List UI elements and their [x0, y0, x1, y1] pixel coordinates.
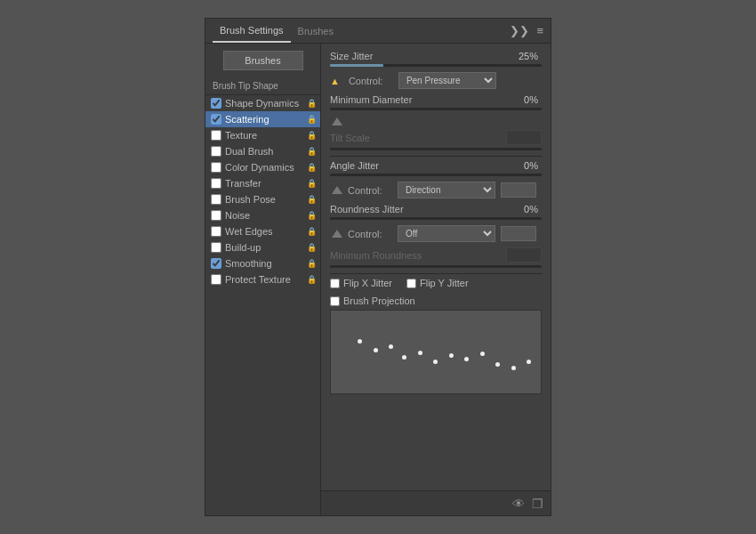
forward-icon[interactable]: ❯❯: [510, 24, 529, 37]
control-direction-select[interactable]: Direction: [398, 182, 495, 198]
flip-y-label: Flip Y Jitter: [420, 278, 469, 288]
angle-triangle: [332, 186, 342, 194]
size-jitter-label: Size Jitter: [330, 51, 506, 61]
lock-icon-11: 🔒: [307, 275, 317, 284]
roundness-jitter-slider[interactable]: [330, 217, 542, 220]
brush-projection-label: Brush Projection: [343, 295, 415, 306]
angle-jitter-row: Angle Jitter 0%: [330, 160, 542, 171]
angle-jitter-slider[interactable]: [330, 174, 542, 176]
flip-x-label: Flip X Jitter: [343, 278, 392, 288]
sidebar-checkbox-4[interactable]: [211, 162, 221, 173]
preview-dot: [449, 353, 454, 358]
lock-icon-3: 🔒: [307, 147, 317, 156]
brush-tip-label[interactable]: Brush Tip Shape: [205, 77, 320, 95]
flip-y-row: Flip Y Jitter: [406, 278, 469, 288]
sidebar-label-11: Protect Texture: [225, 274, 291, 285]
control-pen-row: ▲ Control: Pen Pressure: [330, 72, 542, 89]
brush-preview: [330, 310, 542, 394]
preview-dot: [511, 366, 516, 370]
sidebar-checkbox-5[interactable]: [211, 178, 221, 189]
lock-icon-9: 🔒: [307, 243, 317, 252]
preview-dot: [495, 362, 500, 367]
preview-dot: [418, 351, 422, 355]
min-roundness-input: [506, 247, 542, 263]
sidebar-item-dual-brush[interactable]: Dual Brush🔒: [205, 143, 320, 159]
sidebar-label-2: Texture: [225, 130, 257, 141]
menu-icon[interactable]: ≡: [536, 24, 543, 37]
preview-dot: [374, 348, 378, 352]
preview-dot: [358, 339, 362, 344]
min-diameter-row: Minimum Diameter 0%: [330, 94, 542, 105]
sidebar-checkbox-9[interactable]: [211, 242, 221, 253]
tab-brush-settings[interactable]: Brush Settings: [213, 20, 291, 43]
brush-settings-panel: Brush Settings Brushes ❯❯ ≡ Brushes Brus…: [205, 18, 551, 516]
sidebar-checkbox-2[interactable]: [211, 130, 221, 141]
control-direction-label: Control:: [348, 185, 392, 196]
lock-icon-5: 🔒: [307, 179, 317, 188]
brushes-button[interactable]: Brushes: [223, 51, 303, 70]
panel-header: Brush Settings Brushes ❯❯ ≡: [205, 19, 551, 44]
sidebar-item-protect-texture[interactable]: Protect Texture🔒: [205, 271, 320, 287]
flip-x-checkbox[interactable]: [330, 279, 340, 288]
sidebar-label-7: Noise: [225, 210, 250, 221]
lock-icon-4: 🔒: [307, 163, 317, 172]
sidebar-item-scattering[interactable]: Scattering🔒: [205, 111, 320, 127]
min-roundness-slider: [330, 265, 542, 268]
lock-icon-0: 🔒: [307, 99, 317, 108]
preview-dot: [480, 352, 485, 356]
sidebar: Brushes Brush Tip Shape Shape Dynamics🔒S…: [205, 44, 321, 515]
brush-projection-checkbox[interactable]: [330, 296, 340, 306]
sidebar-item-smoothing[interactable]: Smoothing🔒: [205, 255, 320, 271]
sidebar-item-color-dynamics[interactable]: Color Dynamics🔒: [205, 159, 320, 175]
min-diameter-value: 0%: [506, 94, 538, 105]
sidebar-checkbox-11[interactable]: [211, 274, 221, 285]
control-pen-select[interactable]: Pen Pressure: [398, 72, 496, 89]
angle-jitter-value: 0%: [506, 160, 538, 171]
size-jitter-value: 25%: [506, 51, 538, 61]
size-jitter-row: Size Jitter 25%: [330, 51, 542, 61]
flip-y-checkbox[interactable]: [406, 279, 416, 288]
sidebar-checkbox-3[interactable]: [211, 146, 221, 157]
settings-area: Size Jitter 25% ▲ Control: Pen Pressure …: [321, 44, 551, 490]
panel-footer: 👁 ❐: [321, 490, 551, 515]
sidebar-item-texture[interactable]: Texture🔒: [205, 127, 320, 143]
sidebar-checkbox-10[interactable]: [211, 258, 221, 269]
lock-icon-1: 🔒: [307, 115, 317, 124]
sidebar-item-shape-dynamics[interactable]: Shape Dynamics🔒: [205, 95, 320, 111]
sidebar-checkbox-7[interactable]: [211, 210, 221, 221]
tilt-triangle: [332, 117, 342, 125]
roundness-jitter-value: 0%: [506, 204, 538, 214]
sidebar-label-10: Smoothing: [225, 258, 272, 269]
control-pen-label: Control:: [349, 76, 393, 86]
main-content: Size Jitter 25% ▲ Control: Pen Pressure …: [321, 44, 551, 515]
control-direction-input[interactable]: [501, 182, 536, 198]
flip-x-row: Flip X Jitter: [330, 278, 392, 288]
sidebar-item-noise[interactable]: Noise🔒: [205, 207, 320, 223]
lock-icon-2: 🔒: [307, 131, 317, 140]
sidebar-item-wet-edges[interactable]: Wet Edges🔒: [205, 223, 320, 239]
sidebar-label-8: Wet Edges: [225, 226, 273, 237]
min-diameter-label: Minimum Diameter: [330, 94, 506, 105]
sidebar-checkbox-8[interactable]: [211, 226, 221, 237]
control-off-input[interactable]: [501, 226, 536, 241]
panel-controls: ❯❯ ≡: [510, 24, 543, 37]
preview-dot: [433, 360, 438, 364]
sidebar-item-transfer[interactable]: Transfer🔒: [205, 175, 320, 191]
sidebar-label-4: Color Dynamics: [225, 162, 294, 173]
size-jitter-slider[interactable]: [330, 64, 542, 67]
sidebar-item-brush-pose[interactable]: Brush Pose🔒: [205, 191, 320, 207]
sidebar-item-build-up[interactable]: Build-up🔒: [205, 239, 320, 255]
sidebar-checkbox-0[interactable]: [211, 98, 221, 109]
sidebar-label-1: Scattering: [225, 114, 269, 125]
copy-icon[interactable]: ❐: [532, 497, 543, 511]
min-diameter-slider[interactable]: [330, 108, 542, 110]
visibility-icon[interactable]: 👁: [512, 497, 525, 511]
preview-dot: [402, 355, 406, 360]
control-off-row: Control: Off: [330, 225, 542, 242]
min-roundness-label: Minimum Roundness: [330, 250, 506, 261]
preview-dot: [464, 357, 469, 361]
sidebar-checkbox-1[interactable]: [211, 114, 221, 125]
control-off-select[interactable]: Off: [398, 225, 495, 242]
sidebar-checkbox-6[interactable]: [211, 194, 221, 205]
tab-brushes[interactable]: Brushes: [291, 20, 341, 42]
